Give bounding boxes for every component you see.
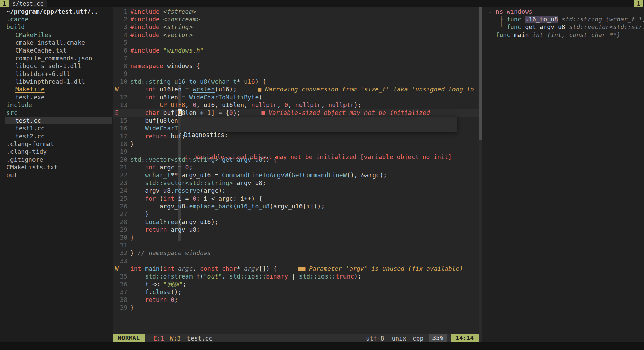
code-line-2[interactable]: 2#include <iostream> — [113, 15, 479, 23]
code-line-33[interactable]: 33 — [113, 257, 479, 265]
gutter: 29 — [113, 226, 130, 233]
code-text: std::string u16_to_u8(wchar_t* u16) { — [130, 78, 479, 85]
gutter: 27 — [113, 210, 130, 218]
line-number: 35 — [118, 272, 130, 280]
sign-column — [113, 171, 118, 179]
code-text: std::vector<std::string> argv_u8; — [130, 179, 479, 187]
code-text: } // namespace windows — [130, 249, 479, 257]
outline-symbol-u16_to_u8[interactable]: ├ func u16_to_u8 std::string (wchar_t *) — [482, 15, 644, 23]
outline-symbol-main[interactable]: func main int (int, const char **) — [482, 31, 644, 39]
code-line-29[interactable]: 29 return argv_u8; — [113, 226, 479, 233]
file-tree-item-test.exe[interactable]: test.exe — [5, 93, 112, 101]
file-tree-item-test.cc[interactable]: test.cc — [5, 117, 112, 124]
code-text: int main(int argc, const char* argv[]) {… — [130, 265, 479, 272]
code-line-W[interactable]: W int u16len = wcslen(u16);■ Narrowing c… — [113, 85, 479, 93]
file-tree-item-libgcc_s_seh-1.dll[interactable]: libgcc_s_seh-1.dll — [5, 62, 112, 70]
code-line-37[interactable]: 37 f.close(); — [113, 288, 479, 296]
command-line[interactable] — [0, 342, 644, 350]
code-line-12[interactable]: 12 int u8len = WideCharToMultiByte( — [113, 93, 479, 101]
symbols-outline: - ns windows ├ func u16_to_u8 std::strin… — [482, 7, 644, 342]
code-text: for (int i = 0; i < argc; i++) { — [130, 194, 479, 202]
line-number: 28 — [118, 218, 130, 226]
sign-column — [113, 124, 118, 132]
code-line-24[interactable]: 24 argv_u8.reserve(argc); — [113, 187, 479, 194]
line-number: 23 — [118, 179, 130, 187]
sign-column — [113, 7, 118, 15]
gutter: 3 — [113, 23, 130, 31]
line-number — [118, 109, 130, 117]
code-line-7[interactable]: 7 — [113, 54, 479, 62]
file-tree-item-CMakeCache.txt[interactable]: CMakeCache.txt — [5, 46, 112, 54]
code-text — [130, 54, 479, 62]
code-line-25[interactable]: 25 for (int i = 0; i < argc; i++) { — [113, 194, 479, 202]
file-tree-item-compile_commands.json[interactable]: compile_commands.json — [5, 54, 112, 62]
line-number: 9 — [118, 70, 130, 78]
sign-column — [113, 23, 118, 31]
scrollbar-thumb[interactable] — [479, 7, 482, 140]
outline-symbol-windows[interactable]: - ns windows — [482, 7, 644, 15]
code-text: LocalFree(argv_u16); — [130, 218, 479, 226]
code-text — [130, 257, 479, 265]
code-line-35[interactable]: 35 std::ofstream f("out", std::ios::bina… — [113, 272, 479, 280]
code-line-8[interactable]: 8namespace windows { — [113, 62, 479, 70]
code-line-3[interactable]: 3#include <string> — [113, 23, 479, 31]
file-tree-item-include[interactable]: include — [5, 101, 112, 109]
editor-scrollbar — [479, 7, 482, 342]
file-tree-item-Makefile[interactable]: Makefile — [5, 85, 112, 93]
code-line-4[interactable]: 4#include <vector> — [113, 31, 479, 39]
code-text: #include <fstream> — [130, 7, 479, 15]
code-line-E[interactable]: E char buf[u8len + 1] = {0};■ Variable-s… — [113, 109, 479, 117]
code-line-9[interactable]: 9 — [113, 70, 479, 78]
code-line-10[interactable]: 10std::string u16_to_u8(wchar_t* u16) { — [113, 78, 479, 85]
file-tree-item-.gitignore[interactable]: .gitignore — [5, 156, 112, 163]
code-text — [130, 39, 479, 46]
code-line-28[interactable]: 28 LocalFree(argv_u16); — [113, 218, 479, 226]
file-tree-item-libwinpthread-1.dll[interactable]: libwinpthread-1.dll — [5, 78, 112, 85]
line-number: 4 — [118, 31, 130, 39]
code-line-31[interactable]: 31 — [113, 241, 479, 249]
file-tree-item-CMakeFiles[interactable]: CMakeFiles — [5, 31, 112, 39]
file-tree-item-test2.cc[interactable]: test2.cc — [5, 132, 112, 140]
file-tree-item-libstdc++-6.dll[interactable]: libstdc++-6.dll — [5, 70, 112, 78]
code-line-38[interactable]: 38 return 0; — [113, 296, 479, 304]
file-tree-item-build[interactable]: build — [5, 23, 112, 31]
code-line-1[interactable]: 1#include <fstream> — [113, 7, 479, 15]
gutter: 32 — [113, 249, 130, 257]
line-number: 12 — [118, 93, 130, 101]
file-tree-root-path[interactable]: ~/program/cpp/test.utf/.. — [0, 7, 113, 15]
code-line-39[interactable]: 39} — [113, 304, 479, 311]
tab-test-cc[interactable]: 1 s/test.cc — [0, 0, 47, 7]
code-text: #include <iostream> — [130, 15, 479, 23]
code-line-36[interactable]: 36 f << "我超"; — [113, 280, 479, 288]
file-tree-item-cmake_install.cmake[interactable]: cmake_install.cmake — [5, 39, 112, 46]
file-tree-item-.clang-tidy[interactable]: .clang-tidy — [5, 148, 112, 156]
code-text: f << "我超"; — [130, 280, 479, 288]
code-line-W[interactable]: Wint main(int argc, const char* argv[]) … — [113, 265, 479, 272]
line-number: 2 — [118, 15, 130, 23]
code-line-26[interactable]: 26 argv_u8.emplace_back(u16_to_u8(argv_u… — [113, 202, 479, 210]
code-line-6[interactable]: 6#include "windows.h" — [113, 46, 479, 54]
code-line-23[interactable]: 23 std::vector<std::string> argv_u8; — [113, 179, 479, 187]
line-number: 8 — [118, 62, 130, 70]
statusline: NORMAL E:1 W:3 test.cc utf-8 unix cpp 35… — [113, 334, 479, 342]
code-line-30[interactable]: 30} — [113, 233, 479, 241]
file-tree-item-CMakeLists.txt[interactable]: CMakeLists.txt — [5, 163, 112, 171]
line-number: 31 — [118, 241, 130, 249]
file-tree-item-test1.cc[interactable]: test1.cc — [5, 124, 112, 132]
gutter: 4 — [113, 31, 130, 39]
editor[interactable]: 1#include <fstream>2#include <iostream>3… — [113, 7, 479, 334]
file-tree-item-.clang-format[interactable]: .clang-format — [5, 140, 112, 148]
gutter: 2 — [113, 15, 130, 23]
code-line-27[interactable]: 27 } — [113, 210, 479, 218]
code-line-5[interactable]: 5 — [113, 39, 479, 46]
code-text: f.close(); — [130, 288, 479, 296]
line-number: 20 — [118, 156, 130, 163]
file-tree-item-out[interactable]: out — [5, 171, 112, 179]
file-tree-item-.cache[interactable]: .cache — [5, 15, 112, 23]
file-tree-item-src[interactable]: src — [5, 109, 112, 117]
sign-column — [113, 156, 118, 163]
code-line-32[interactable]: 32} // namespace windows — [113, 249, 479, 257]
outline-symbol-get_argv_u8[interactable]: └ func get_argv_u8 std::vector<std::stri — [482, 23, 644, 31]
sign-column — [113, 272, 118, 280]
code-line-13[interactable]: 13 CP_UTF8, 0, u16, u16len, nullptr, 0, … — [113, 101, 479, 109]
